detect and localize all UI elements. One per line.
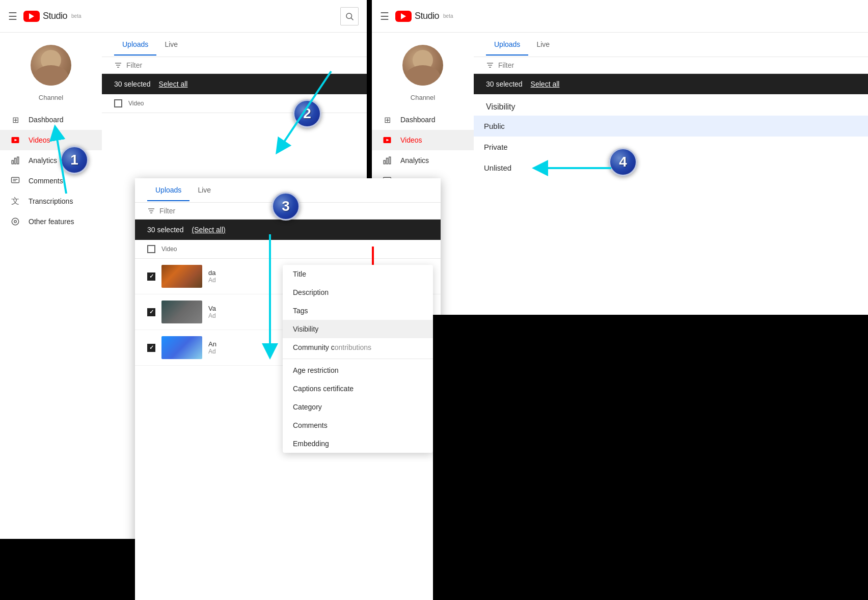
topbar-right-content: ☰ Studiobeta — [380, 10, 453, 22]
sidebar-item-comments-label: Comments — [29, 177, 63, 185]
hamburger-icon[interactable]: ☰ — [8, 10, 17, 22]
dashboard-icon-right: ⊞ — [382, 115, 392, 125]
selection-bar-middle: 30 selected (Select all) — [135, 220, 441, 240]
youtube-logo-icon — [23, 11, 40, 22]
header-checkbox[interactable] — [114, 99, 122, 107]
dropdown-item-category[interactable]: Category — [283, 398, 433, 416]
dropdown-item-captions[interactable]: Captions certificate — [283, 379, 433, 398]
dropdown-item-age-restriction[interactable]: Age restriction — [283, 361, 433, 379]
channel-label: Channel — [0, 94, 102, 105]
visibility-option-unlisted[interactable]: Unlisted — [474, 157, 868, 178]
studio-text: Studio — [43, 11, 67, 21]
topbar-right: ☰ Studiobeta — [372, 0, 868, 33]
filter-icon-btn-left[interactable] — [114, 61, 122, 69]
dropdown-item-embedding[interactable]: Embedding — [283, 434, 433, 453]
video-thumb-3 — [161, 336, 202, 359]
dropdown-item-community[interactable]: Community contributions — [283, 338, 433, 357]
beta-label-right: beta — [443, 13, 453, 19]
dropdown-item-description[interactable]: Description — [283, 283, 433, 302]
visibility-options-list: Public Private Unlisted — [474, 116, 868, 178]
black-overlay-left-bottom — [0, 539, 135, 600]
avatar — [31, 45, 71, 86]
avatar-right — [402, 45, 443, 86]
dropdown-item-visibility[interactable]: Visibility — [283, 320, 433, 338]
dropdown-divider — [283, 359, 433, 359]
videos-icon-right — [382, 135, 392, 145]
svg-line-1 — [351, 18, 353, 20]
search-button[interactable] — [340, 7, 359, 25]
yt-logo: Studiobeta — [23, 11, 82, 22]
svg-point-0 — [346, 13, 352, 19]
dashboard-icon: ⊞ — [10, 115, 20, 125]
channel-label-right: Channel — [372, 94, 474, 105]
hamburger-icon-right[interactable]: ☰ — [380, 10, 389, 22]
yt-logo-right: Studiobeta — [395, 11, 453, 22]
row-checkbox-1[interactable] — [147, 272, 155, 281]
filter-icon-btn-right[interactable] — [486, 61, 494, 69]
youtube-logo-icon-right — [395, 11, 412, 22]
sidebar-item-dashboard[interactable]: ⊞ Dashboard — [0, 110, 102, 130]
tab-live-left[interactable]: Live — [156, 34, 186, 56]
filter-input-left[interactable] — [126, 61, 215, 69]
avatar-section-right — [372, 33, 474, 94]
header-checkbox-middle[interactable] — [147, 245, 155, 253]
right-tabs-bar: Uploads Live — [474, 33, 868, 57]
table-header-left: Video — [102, 94, 367, 113]
selection-bar-left: 30 selected Select all — [102, 74, 367, 94]
step-badge-3: 3 — [272, 192, 300, 221]
tab-uploads-middle[interactable]: Uploads — [147, 180, 189, 201]
videos-active-indicator — [372, 247, 374, 267]
svg-rect-7 — [12, 177, 19, 183]
dropdown-item-tags[interactable]: Tags — [283, 302, 433, 320]
svg-rect-18 — [387, 158, 388, 164]
video-col-header-middle: Video — [161, 246, 177, 253]
sidebar-item-dashboard-right[interactable]: ⊞ Dashboard — [372, 110, 474, 130]
tab-live-middle[interactable]: Live — [189, 180, 219, 201]
tab-uploads-right[interactable]: Uploads — [486, 34, 528, 56]
selected-count-left: 30 selected — [114, 80, 151, 88]
sidebar-item-analytics-label: Analytics — [29, 156, 57, 165]
video-thumb-1 — [161, 265, 202, 288]
sidebar-item-videos-right[interactable]: Videos — [372, 130, 474, 150]
filter-icon-btn-middle[interactable] — [147, 207, 155, 215]
visibility-option-private[interactable]: Private — [474, 137, 868, 157]
sidebar-item-other-features[interactable]: Other features — [0, 211, 102, 232]
sidebar-item-videos[interactable]: Videos — [0, 130, 102, 150]
select-all-left[interactable]: Select all — [159, 80, 188, 88]
avatar-body-right — [405, 65, 441, 86]
filter-input-middle[interactable] — [159, 207, 249, 215]
svg-rect-17 — [384, 160, 385, 164]
dropdown-item-comments[interactable]: Comments — [283, 416, 433, 434]
row-checkbox-3[interactable] — [147, 344, 155, 352]
videos-icon — [10, 135, 20, 145]
analytics-icon-right — [382, 155, 392, 166]
selection-bar-right: 30 selected Select all — [474, 74, 868, 94]
svg-rect-19 — [389, 157, 391, 164]
svg-point-11 — [12, 218, 19, 225]
step-badge-2: 2 — [293, 99, 321, 128]
filter-bar-left — [102, 57, 367, 74]
video-thumb-2 — [161, 301, 202, 323]
svg-rect-5 — [15, 158, 16, 164]
sidebar-item-transcriptions-label: Transcriptions — [29, 197, 73, 205]
sidebar-item-analytics-right[interactable]: Analytics — [372, 150, 474, 171]
tab-uploads-left[interactable]: Uploads — [114, 34, 156, 56]
transcriptions-icon: 文 — [10, 196, 20, 206]
left-tabs-bar: Uploads Live — [102, 33, 367, 57]
select-all-middle[interactable]: (Select all) — [192, 226, 226, 234]
filter-input-right[interactable] — [498, 61, 587, 69]
row-checkbox-2[interactable] — [147, 308, 155, 316]
sidebar-item-other-features-label: Other features — [29, 217, 74, 226]
studio-text-right: Studio — [415, 11, 439, 21]
dropdown-item-title[interactable]: Title — [283, 265, 433, 283]
visibility-label: Visibility — [474, 94, 868, 116]
sidebar-nav: ⊞ Dashboard Videos Analytics Comments — [0, 110, 102, 232]
avatar-section — [0, 33, 102, 94]
select-all-right[interactable]: Select all — [531, 80, 560, 88]
selected-count-right: 30 selected — [486, 80, 523, 88]
sidebar-item-comments[interactable]: Comments — [0, 171, 102, 191]
filter-bar-right — [474, 57, 868, 74]
sidebar-item-transcriptions[interactable]: 文 Transcriptions — [0, 191, 102, 211]
visibility-option-public[interactable]: Public — [474, 116, 868, 137]
tab-live-right[interactable]: Live — [528, 34, 558, 56]
